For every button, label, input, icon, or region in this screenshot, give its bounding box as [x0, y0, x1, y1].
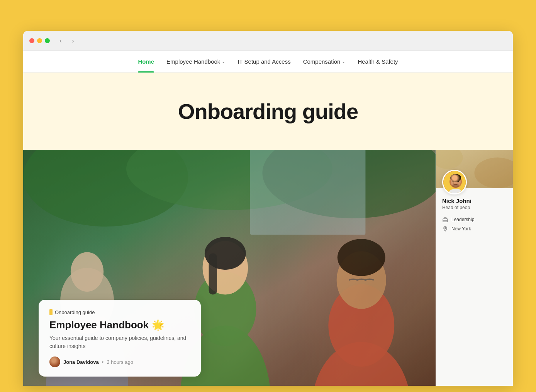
card-emoji: 🌟	[152, 319, 164, 331]
profile-face-svg	[443, 171, 467, 194]
avatar	[49, 357, 60, 367]
sidebar-detail-leadership: Leadership	[451, 217, 474, 222]
close-button[interactable]	[29, 38, 34, 43]
forward-button[interactable]: ›	[68, 36, 78, 46]
profile-detail-location: New York	[442, 226, 507, 232]
svg-point-24	[453, 181, 455, 182]
nav-item-home[interactable]: Home	[138, 51, 154, 73]
profile-name: Nick Johni	[442, 198, 507, 204]
nav-item-employee-handbook[interactable]: Employee Handbook ⌄	[166, 51, 225, 73]
briefcase-icon	[442, 216, 448, 223]
author-name: Jona Davidova	[63, 359, 99, 365]
nav-item-it-setup[interactable]: IT Setup and Access	[237, 51, 290, 73]
svg-rect-12	[209, 253, 217, 295]
nav-label-it-setup: IT Setup and Access	[237, 58, 290, 65]
outer-background: ‹ › Home Employee Handbook ⌄ IT Setup an…	[0, 0, 536, 392]
card-description: Your essential guide to company policies…	[49, 334, 190, 350]
svg-point-25	[457, 181, 459, 182]
main-content: Onboarding guide Employee Handbook 🌟 You…	[23, 150, 436, 386]
profile-details: Leadership New York	[442, 216, 507, 232]
browser-nav-arrows: ‹ ›	[56, 36, 78, 46]
browser-chrome: ‹ ›	[23, 31, 513, 51]
top-navigation: Home Employee Handbook ⌄ IT Setup and Ac…	[23, 51, 513, 73]
chevron-down-icon-2: ⌄	[342, 59, 345, 64]
svg-point-23	[450, 174, 461, 182]
svg-rect-4	[250, 150, 365, 235]
hero-section: Onboarding guide	[23, 73, 513, 150]
sidebar-card: Nick Johni Head of peop Leadership	[436, 150, 513, 386]
nav-item-health-safety[interactable]: Health & Safety	[358, 51, 398, 73]
nav-label-compensation: Compensation	[303, 58, 341, 65]
location-icon	[442, 226, 448, 232]
minimize-button[interactable]	[37, 38, 42, 43]
nav-label-employee-handbook: Employee Handbook	[166, 58, 220, 65]
tag-dot-icon	[49, 309, 53, 315]
card-author: Jona Davidova • 2 hours ago	[49, 357, 190, 367]
content-card[interactable]: Onboarding guide Employee Handbook 🌟 You…	[39, 300, 201, 377]
svg-point-16	[338, 239, 385, 276]
sidebar-card-inner: Nick Johni Head of peop Leadership	[436, 150, 513, 386]
card-title-text: Employee Handbook	[49, 319, 149, 331]
nav-item-compensation[interactable]: Compensation ⌄	[303, 51, 346, 73]
content-area: Onboarding guide Employee Handbook 🌟 You…	[23, 150, 513, 386]
nav-label-health-safety: Health & Safety	[358, 58, 398, 65]
nav-label-home: Home	[138, 58, 154, 65]
svg-point-7	[71, 252, 103, 292]
card-tag: Onboarding guide	[49, 309, 190, 315]
back-button[interactable]: ‹	[56, 36, 65, 46]
card-tag-text: Onboarding guide	[55, 309, 95, 315]
author-time: 2 hours ago	[107, 359, 133, 365]
avatar-image	[49, 357, 60, 367]
profile-avatar-face	[443, 171, 466, 193]
maximize-button[interactable]	[45, 38, 50, 43]
sidebar-profile-section: Nick Johni Head of peop Leadership	[442, 170, 507, 232]
browser-window: ‹ › Home Employee Handbook ⌄ IT Setup an…	[23, 31, 513, 386]
hero-title: Onboarding guide	[178, 99, 358, 124]
profile-detail-leadership: Leadership	[442, 216, 507, 223]
profile-title: Head of peop	[442, 205, 507, 210]
svg-point-30	[445, 228, 446, 229]
sidebar-detail-location: New York	[451, 226, 471, 231]
card-title: Employee Handbook 🌟	[49, 319, 190, 331]
traffic-lights	[29, 38, 50, 43]
chevron-down-icon: ⌄	[222, 59, 225, 64]
svg-point-26	[452, 184, 459, 188]
profile-avatar	[442, 170, 467, 194]
